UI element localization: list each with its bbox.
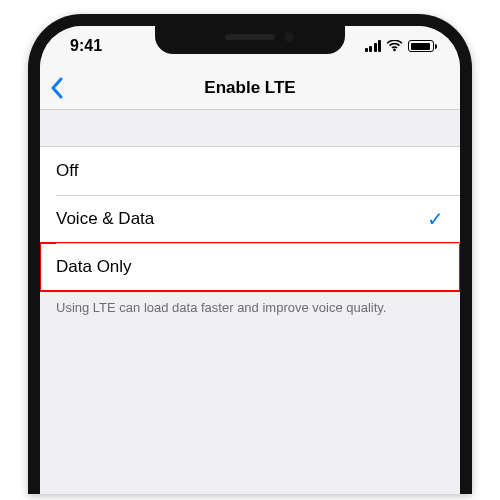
back-button[interactable] bbox=[50, 66, 64, 109]
cellular-signal-icon bbox=[365, 40, 382, 52]
status-time: 9:41 bbox=[64, 37, 102, 55]
option-label: Off bbox=[56, 161, 78, 181]
checkmark-icon: ✓ bbox=[427, 207, 444, 231]
chevron-left-icon bbox=[50, 77, 64, 99]
option-label: Voice & Data bbox=[56, 209, 154, 229]
battery-icon bbox=[408, 40, 434, 52]
option-off[interactable]: Off bbox=[40, 147, 460, 195]
content-area: Off Voice & Data ✓ Data Only Using LTE c… bbox=[40, 110, 460, 317]
option-voice-and-data[interactable]: Voice & Data ✓ bbox=[40, 195, 460, 243]
phone-frame: 9:41 Enable LTE Off Vo bbox=[28, 14, 472, 494]
notch bbox=[155, 24, 345, 54]
options-list: Off Voice & Data ✓ Data Only bbox=[40, 146, 460, 292]
wifi-icon bbox=[386, 40, 403, 52]
status-indicators bbox=[365, 40, 437, 52]
nav-bar: Enable LTE bbox=[40, 66, 460, 110]
power-button bbox=[460, 176, 464, 246]
option-label: Data Only bbox=[56, 257, 132, 277]
page-title: Enable LTE bbox=[204, 78, 295, 98]
option-data-only[interactable]: Data Only bbox=[40, 243, 460, 291]
footer-note: Using LTE can load data faster and impro… bbox=[40, 292, 460, 317]
